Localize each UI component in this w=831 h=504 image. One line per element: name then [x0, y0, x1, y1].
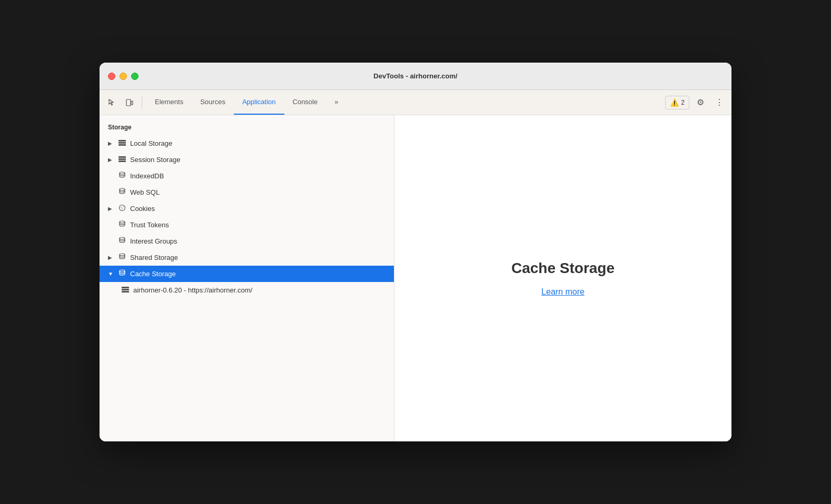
sidebar-item-indexeddb[interactable]: ▶ IndexedDB	[100, 168, 394, 184]
tab-bar: Elements Sources Application Console »	[146, 90, 663, 115]
svg-rect-5	[118, 156, 126, 158]
expand-arrow-shared-storage: ▶	[108, 255, 114, 260]
svg-rect-18	[122, 287, 129, 288]
expand-arrow-cache-storage: ▼	[108, 271, 114, 277]
svg-point-11	[121, 207, 122, 208]
trust-tokens-icon	[117, 220, 127, 230]
svg-rect-1	[131, 101, 133, 105]
traffic-lights	[108, 73, 138, 80]
svg-point-10	[120, 205, 125, 211]
maximize-button[interactable]	[131, 73, 138, 80]
indexeddb-label: IndexedDB	[130, 172, 164, 180]
devtools-window: DevTools - airhorner.com/ Elements Sourc…	[100, 63, 731, 441]
svg-rect-19	[122, 289, 129, 290]
sidebar-item-interest-groups[interactable]: ▶ Interest Groups	[100, 233, 394, 249]
tab-sources[interactable]: Sources	[192, 90, 234, 115]
indexeddb-icon	[117, 171, 127, 181]
expand-arrow-local-storage: ▶	[108, 140, 114, 146]
warning-count: 2	[681, 99, 685, 106]
expand-arrow-cookies: ▶	[108, 206, 114, 211]
device-icon	[125, 98, 134, 107]
cache-storage-icon	[117, 269, 127, 279]
airhorner-cache-icon	[121, 285, 130, 295]
svg-point-12	[123, 206, 124, 207]
close-button[interactable]	[108, 73, 115, 80]
svg-point-13	[122, 208, 123, 209]
minimize-button[interactable]	[120, 73, 127, 80]
interest-groups-icon	[117, 236, 127, 246]
more-options-button[interactable]: ⋮	[711, 95, 727, 110]
inspect-element-button[interactable]	[104, 95, 120, 110]
panel-title: Cache Storage	[511, 260, 615, 277]
window-title: DevTools - airhorner.com/	[373, 72, 457, 80]
local-storage-label: Local Storage	[130, 139, 172, 147]
svg-point-9	[120, 188, 125, 190]
web-sql-label: Web SQL	[130, 188, 160, 196]
warning-badge[interactable]: ⚠️ 2	[665, 96, 689, 109]
sidebar-item-trust-tokens[interactable]: ▶ Trust Tokens	[100, 217, 394, 233]
svg-rect-2	[118, 140, 126, 142]
svg-point-14	[120, 221, 125, 223]
main-content: Storage ▶ Local Storage ▶ Session Storag…	[100, 115, 731, 441]
svg-point-16	[120, 254, 125, 256]
shared-storage-icon	[117, 253, 127, 263]
sidebar-item-airhorner-cache[interactable]: airhorner-0.6.20 - https://airhorner.com…	[100, 282, 394, 298]
cookies-icon	[117, 204, 127, 214]
toolbar-divider	[142, 96, 142, 109]
warning-icon: ⚠️	[670, 98, 679, 107]
expand-arrow-session-storage: ▶	[108, 157, 114, 163]
session-storage-label: Session Storage	[130, 156, 180, 164]
cursor-icon	[107, 98, 116, 107]
storage-section-label: Storage	[100, 122, 394, 135]
tab-console[interactable]: Console	[284, 90, 327, 115]
trust-tokens-label: Trust Tokens	[130, 221, 169, 229]
sidebar-item-cache-storage[interactable]: ▼ Cache Storage	[100, 266, 394, 282]
sidebar: Storage ▶ Local Storage ▶ Session Storag…	[100, 115, 394, 441]
sidebar-item-session-storage[interactable]: ▶ Session Storage	[100, 152, 394, 168]
title-bar: DevTools - airhorner.com/	[100, 63, 731, 90]
tab-elements[interactable]: Elements	[146, 90, 192, 115]
tab-more[interactable]: »	[326, 90, 347, 115]
svg-rect-0	[126, 99, 131, 106]
cookies-label: Cookies	[130, 205, 155, 213]
toolbar: Elements Sources Application Console » ⚠…	[100, 90, 731, 115]
svg-rect-3	[118, 142, 126, 144]
local-storage-icon	[117, 138, 127, 148]
svg-rect-6	[118, 158, 126, 160]
svg-point-15	[120, 237, 125, 239]
sidebar-item-cookies[interactable]: ▶ Cookies	[100, 200, 394, 217]
toolbar-right: ⚠️ 2 ⚙ ⋮	[665, 95, 727, 110]
sidebar-item-web-sql[interactable]: ▶ Web SQL	[100, 184, 394, 200]
shared-storage-label: Shared Storage	[130, 254, 178, 261]
device-toggle-button[interactable]	[122, 95, 137, 110]
svg-point-17	[120, 270, 125, 272]
svg-rect-4	[118, 144, 126, 146]
interest-groups-label: Interest Groups	[130, 237, 177, 245]
cache-storage-label: Cache Storage	[130, 270, 176, 278]
svg-point-8	[120, 172, 125, 174]
airhorner-cache-label: airhorner-0.6.20 - https://airhorner.com…	[133, 286, 252, 294]
web-sql-icon	[117, 187, 127, 197]
tab-application[interactable]: Application	[234, 90, 284, 115]
sidebar-item-shared-storage[interactable]: ▶ Shared Storage	[100, 249, 394, 266]
settings-button[interactable]: ⚙	[692, 95, 708, 110]
svg-rect-7	[118, 160, 126, 162]
session-storage-icon	[117, 155, 127, 165]
sidebar-item-local-storage[interactable]: ▶ Local Storage	[100, 135, 394, 152]
learn-more-link[interactable]: Learn more	[541, 287, 585, 297]
main-panel: Cache Storage Learn more	[394, 115, 731, 441]
svg-rect-20	[122, 291, 129, 293]
